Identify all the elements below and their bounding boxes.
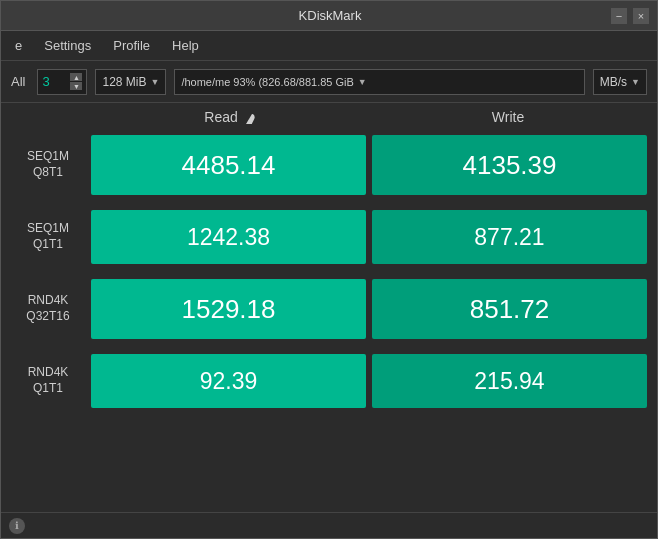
row-label-seq1m-q8t1: SEQ1M Q8T1 [11,149,85,180]
value-seq1m-q8t1-read: 4485.14 [182,150,276,181]
value-seq1m-q8t1-write: 4135.39 [463,150,557,181]
queue-depth-spinbox[interactable]: 3 ▲ ▼ [37,69,87,95]
row-rnd4k-q32t16: RND4K Q32T16 1529.18 851.72 [11,275,647,343]
row-seq1m-q8t1: SEQ1M Q8T1 4485.14 4135.39 [11,131,647,199]
value-seq1m-q1t1-write: 877.21 [474,224,544,251]
block-size-value: 128 MiB [102,75,146,89]
block-size-arrow: ▼ [150,77,159,87]
value-rnd4k-q32t16-write: 851.72 [470,294,550,325]
unit-dropdown[interactable]: MB/s ▼ [593,69,647,95]
main-content: Read Write SEQ1M Q8T1 4485.14 4135.39 SE… [1,103,657,512]
cell-seq1m-q1t1-write: 877.21 [372,210,647,264]
row-label-rnd4k-q1t1: RND4K Q1T1 [11,365,85,396]
cell-seq1m-q8t1-read: 4485.14 [91,135,366,195]
value-rnd4k-q1t1-write: 215.94 [474,368,544,395]
spinbox-arrows: ▲ ▼ [70,73,82,90]
cell-rnd4k-q32t16-write: 851.72 [372,279,647,339]
column-headers: Read Write [91,109,647,125]
unit-value: MB/s [600,75,627,89]
minimize-button[interactable]: − [611,8,627,24]
close-button[interactable]: × [633,8,649,24]
unit-arrow: ▼ [631,77,640,87]
cell-rnd4k-q1t1-read: 92.39 [91,354,366,408]
window-controls: − × [611,8,649,24]
menu-item-settings[interactable]: Settings [34,34,101,57]
block-size-dropdown[interactable]: 128 MiB ▼ [95,69,166,95]
value-rnd4k-q1t1-read: 92.39 [200,368,258,395]
toolbar: All 3 ▲ ▼ 128 MiB ▼ /home/me 93% (826.68… [1,61,657,103]
row-rnd4k-q1t1: RND4K Q1T1 92.39 215.94 [11,347,647,415]
menu-item-e[interactable]: e [5,34,32,57]
main-window: KDiskMark − × e Settings Profile Help Al… [0,0,658,539]
value-rnd4k-q32t16-read: 1529.18 [182,294,276,325]
row-label-seq1m-q1t1: SEQ1M Q1T1 [11,221,85,252]
write-header: Write [369,109,647,125]
menu-bar: e Settings Profile Help [1,31,657,61]
menu-item-profile[interactable]: Profile [103,34,160,57]
spin-down[interactable]: ▼ [70,82,82,90]
status-icon: ℹ [9,518,25,534]
drive-path-dropdown[interactable]: /home/me 93% (826.68/881.85 GiB ▼ [174,69,584,95]
all-label: All [11,74,25,89]
row-seq1m-q1t1: SEQ1M Q1T1 1242.38 877.21 [11,203,647,271]
value-seq1m-q1t1-read: 1242.38 [187,224,270,251]
cell-seq1m-q8t1-write: 4135.39 [372,135,647,195]
cell-seq1m-q1t1-read: 1242.38 [91,210,366,264]
cell-rnd4k-q1t1-write: 215.94 [372,354,647,408]
read-header: Read [91,109,369,125]
row-label-rnd4k-q32t16: RND4K Q32T16 [11,293,85,324]
title-bar: KDiskMark − × [1,1,657,31]
menu-item-help[interactable]: Help [162,34,209,57]
drive-path-value: /home/me 93% (826.68/881.85 GiB [181,76,353,88]
drive-path-arrow: ▼ [358,77,367,87]
cell-rnd4k-q32t16-read: 1529.18 [91,279,366,339]
window-title: KDiskMark [49,8,611,23]
spin-up[interactable]: ▲ [70,73,82,81]
status-bar: ℹ [1,512,657,538]
queue-depth-value: 3 [42,74,70,89]
